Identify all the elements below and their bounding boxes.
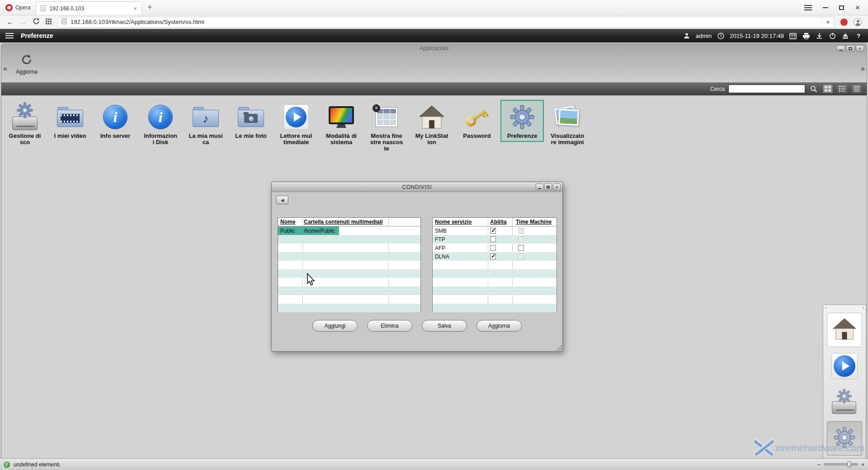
service-row-ftp[interactable]: FTP bbox=[433, 235, 557, 244]
service-row-dlna[interactable]: DLNA bbox=[433, 252, 557, 261]
dock-scroll-left-icon[interactable]: ‹ bbox=[825, 305, 826, 311]
opera-red-badge-icon[interactable] bbox=[840, 19, 848, 26]
power-icon[interactable] bbox=[828, 32, 836, 40]
speed-dial-icon[interactable] bbox=[46, 18, 52, 26]
zoom-in-icon[interactable]: + bbox=[861, 461, 864, 468]
app-lettore-multimediale[interactable]: Lettore mul timediale bbox=[274, 100, 318, 148]
details-view-icon[interactable] bbox=[851, 84, 862, 94]
dock-item-disk-management[interactable] bbox=[827, 385, 862, 419]
service-row-empty[interactable] bbox=[433, 287, 557, 295]
user-profile-icon[interactable] bbox=[854, 18, 862, 26]
new-tab-button[interactable]: + bbox=[142, 0, 157, 15]
services-header-time-machine[interactable]: Time Machine bbox=[512, 219, 552, 225]
service-row-empty[interactable] bbox=[433, 278, 557, 287]
share-row-empty[interactable] bbox=[278, 287, 420, 295]
aggiungi-button[interactable]: Aggiungi bbox=[312, 320, 358, 332]
app-window-minimize-button[interactable] bbox=[837, 45, 845, 52]
app-window-close-button[interactable]: × bbox=[856, 45, 864, 52]
calendar-icon[interactable] bbox=[789, 32, 797, 40]
printer-icon[interactable] bbox=[802, 32, 810, 40]
share-row-public[interactable]: Public /home/Public bbox=[278, 226, 420, 235]
browser-tab[interactable]: 192.168.0.103 × bbox=[36, 1, 142, 15]
app-modalita-di-sistema[interactable]: Modalità di sistema bbox=[320, 100, 363, 148]
dlna-abilita-checkbox[interactable] bbox=[490, 254, 496, 259]
share-row-empty[interactable] bbox=[278, 252, 420, 261]
dock-item-media-player[interactable] bbox=[827, 349, 862, 383]
search-icon[interactable] bbox=[809, 84, 819, 94]
dialog-minimize-button[interactable] bbox=[536, 183, 543, 190]
window-maximize-icon[interactable] bbox=[839, 5, 844, 10]
services-header-abilita[interactable]: Abilita bbox=[488, 219, 512, 225]
collapse-right-chevron[interactable]: » bbox=[861, 65, 865, 73]
salva-button[interactable]: Salva bbox=[422, 320, 467, 332]
share-row-empty[interactable] bbox=[278, 295, 420, 304]
smb-abilita-checkbox[interactable] bbox=[490, 228, 496, 234]
site-badge-icon[interactable] bbox=[61, 18, 67, 26]
elimina-button[interactable]: Elimina bbox=[367, 320, 412, 332]
app-password[interactable]: Password bbox=[455, 100, 499, 142]
services-header-nome[interactable]: Nome servizio bbox=[433, 219, 488, 225]
logged-in-user[interactable]: admin bbox=[696, 33, 712, 39]
share-row-empty[interactable] bbox=[278, 235, 420, 244]
service-row-smb[interactable]: SMB bbox=[433, 226, 557, 235]
opera-menu-button[interactable]: Opera bbox=[0, 0, 36, 15]
app-preferenze[interactable]: Preferenze bbox=[500, 100, 544, 142]
shares-header-nome[interactable]: Nome bbox=[278, 219, 302, 225]
list-view-icon[interactable] bbox=[837, 84, 848, 94]
search-input[interactable] bbox=[728, 85, 805, 93]
window-close-icon[interactable]: × bbox=[855, 4, 860, 12]
reload-icon[interactable] bbox=[33, 18, 40, 27]
ftp-time-machine-checkbox[interactable] bbox=[518, 236, 524, 242]
share-row-empty[interactable] bbox=[278, 278, 420, 287]
app-gestione-disco[interactable]: Gestione di sco bbox=[3, 100, 47, 148]
smb-time-machine-checkbox[interactable] bbox=[518, 228, 524, 234]
zoom-slider[interactable] bbox=[824, 463, 858, 465]
service-row-empty[interactable] bbox=[433, 304, 557, 312]
back-icon[interactable]: ← bbox=[6, 19, 14, 26]
grid-view-icon[interactable] bbox=[822, 84, 833, 94]
bookmark-heart-icon[interactable]: ♥ bbox=[821, 17, 834, 27]
dialog-maximize-button[interactable] bbox=[544, 183, 552, 190]
ftp-abilita-checkbox[interactable] bbox=[490, 236, 496, 242]
service-row-afp[interactable]: AFP bbox=[433, 244, 557, 252]
app-my-linkstation[interactable]: My LinkStat ion bbox=[410, 100, 453, 148]
dock-item-my-linkstation[interactable] bbox=[827, 313, 862, 347]
url-field[interactable]: 192.168.0.103/rtknas2/Applications/Syste… bbox=[57, 17, 835, 28]
app-visualizzatore-immagini[interactable]: Visualizzato re immagini bbox=[546, 100, 589, 148]
eject-icon[interactable] bbox=[841, 32, 849, 40]
app-la-mia-musica[interactable]: ♪ La mia musi ca bbox=[184, 100, 227, 148]
help-icon[interactable]: ? bbox=[854, 32, 863, 40]
service-row-empty[interactable] bbox=[433, 295, 557, 304]
dock-scroll-right-icon[interactable]: › bbox=[863, 305, 864, 311]
app-info-server[interactable]: i Info server bbox=[94, 100, 137, 142]
share-row-empty[interactable] bbox=[278, 304, 420, 312]
aggiorna-button[interactable]: Aggiorna bbox=[476, 320, 522, 332]
shares-header-cartella[interactable]: Cartella contenuti multimediali bbox=[302, 219, 383, 225]
tab-close-icon[interactable]: × bbox=[133, 5, 137, 12]
service-row-empty[interactable] bbox=[433, 261, 557, 269]
share-row-empty[interactable] bbox=[278, 261, 420, 269]
dialog-back-button[interactable]: ◀ bbox=[276, 196, 288, 204]
afp-time-machine-checkbox[interactable] bbox=[518, 245, 524, 251]
collapse-left-chevron[interactable]: « bbox=[3, 65, 7, 73]
menu-hamburger-icon[interactable] bbox=[5, 33, 14, 38]
forward-icon[interactable]: → bbox=[19, 19, 27, 26]
window-minimize-icon[interactable] bbox=[823, 7, 828, 8]
refresh-tool-button[interactable]: Aggiorna bbox=[11, 54, 42, 75]
share-row-empty[interactable] bbox=[278, 244, 420, 252]
afp-abilita-checkbox[interactable] bbox=[490, 245, 496, 251]
share-row-empty[interactable] bbox=[278, 269, 420, 278]
zoom-out-icon[interactable]: − bbox=[817, 461, 821, 468]
service-row-empty[interactable] bbox=[433, 269, 557, 278]
app-mostra-finestre-nascoste[interactable]: × Mostra fine stre nascos te bbox=[365, 100, 408, 155]
dock-item-preferences[interactable] bbox=[827, 421, 862, 456]
app-informazioni-disk[interactable]: i Informazion i Disk bbox=[139, 100, 182, 148]
dlna-time-machine-checkbox[interactable] bbox=[518, 254, 524, 259]
tab-menu-icon[interactable] bbox=[804, 5, 812, 10]
dialog-resize-handle[interactable] bbox=[556, 344, 562, 351]
download-icon[interactable] bbox=[815, 32, 823, 40]
app-le-mie-foto[interactable]: Le mie foto bbox=[229, 100, 273, 142]
app-window-maximize-button[interactable] bbox=[846, 45, 854, 52]
zoom-slider-thumb[interactable] bbox=[847, 461, 851, 467]
dialog-close-button[interactable]: × bbox=[553, 183, 561, 190]
